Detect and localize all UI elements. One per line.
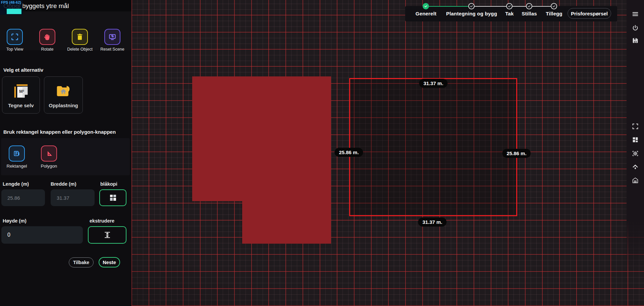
step-generelt[interactable]: Generelt bbox=[416, 11, 436, 16]
draw-yourself-label: Tegne selv bbox=[8, 103, 34, 108]
choose-option-heading: Velg et alternativ bbox=[3, 67, 43, 73]
rectangle-tool-button[interactable]: Rektangel bbox=[7, 145, 27, 169]
step-check-stillas bbox=[526, 3, 532, 9]
draw-m2-icon: M² bbox=[12, 82, 30, 100]
extrude-button[interactable] bbox=[88, 226, 126, 244]
step-tillegg[interactable]: Tillegg bbox=[546, 11, 562, 16]
power-icon[interactable] bbox=[632, 24, 639, 32]
polygon-tool-button[interactable]: Polygon bbox=[39, 145, 59, 169]
step-check-tillegg bbox=[551, 3, 557, 9]
selection-rectangle[interactable] bbox=[349, 78, 517, 216]
focus-object-icon[interactable] bbox=[632, 150, 639, 157]
right-rail bbox=[627, 0, 644, 306]
reset-scene-button[interactable]: Reset Scene bbox=[98, 29, 126, 52]
draw-tools-heading: Bruk rektangel knappen eller polygon-kna… bbox=[3, 129, 116, 135]
length-input[interactable] bbox=[1, 189, 45, 206]
top-view-icon bbox=[10, 33, 19, 41]
top-view-label: Top View bbox=[6, 47, 23, 52]
length-label: Lengde (m) bbox=[3, 181, 29, 187]
step-check-plantegning bbox=[468, 3, 475, 9]
stepper-line-todo bbox=[472, 6, 554, 7]
reset-scene-icon bbox=[108, 33, 117, 41]
fullscreen-icon[interactable] bbox=[632, 123, 639, 130]
rotate-label: Rotate bbox=[41, 47, 54, 52]
upload-folder-icon bbox=[54, 82, 72, 100]
extrude-icon bbox=[103, 231, 112, 239]
stepper-line-done bbox=[426, 6, 472, 7]
fps-graph-bar bbox=[7, 9, 21, 14]
viewport-toolbar: Top View Rotate bbox=[0, 11, 131, 50]
back-button[interactable]: Tilbake bbox=[69, 257, 94, 267]
top-view-button[interactable]: Top View bbox=[1, 29, 29, 52]
rotate-button[interactable]: Rotate bbox=[33, 29, 61, 52]
blueprint-button[interactable] bbox=[99, 189, 126, 206]
rectangle-tool-icon bbox=[13, 149, 21, 158]
hand-rotate-icon bbox=[43, 33, 52, 41]
next-button[interactable]: Neste bbox=[99, 257, 120, 267]
delete-object-label: Delete Object bbox=[67, 47, 93, 52]
dimension-label-top: 31.37 m. bbox=[419, 79, 447, 88]
fps-overlay: FPS (48-62) bbox=[0, 0, 23, 15]
polygon-tool-icon bbox=[45, 149, 53, 158]
upload-label: Opplastning bbox=[49, 103, 78, 108]
step-tak[interactable]: Tak bbox=[505, 11, 514, 16]
height-input[interactable] bbox=[1, 226, 83, 244]
draw-yourself-card[interactable]: M² Tegne selv bbox=[2, 76, 40, 114]
menu-icon[interactable] bbox=[632, 10, 639, 18]
step-plantegning-og-bygg[interactable]: Plantegning og bygg bbox=[446, 11, 497, 16]
blueprint-grid-icon bbox=[109, 193, 117, 202]
save-icon[interactable] bbox=[632, 37, 639, 44]
building-icon[interactable] bbox=[632, 177, 639, 184]
left-sidebar: Oppgi byggets ytre mål Top View bbox=[0, 0, 131, 306]
dimension-label-right: 25.86 m. bbox=[502, 149, 531, 158]
trash-icon bbox=[76, 33, 84, 41]
fps-counter: FPS (48-62) bbox=[1, 0, 21, 4]
dimension-label-left: 25.86 m. bbox=[334, 148, 363, 157]
wizard-stepper: Generelt Plantegning og bygg Tak Stillas… bbox=[405, 6, 617, 21]
roof-icon[interactable] bbox=[632, 163, 639, 170]
polygon-tool-label: Polygon bbox=[41, 164, 57, 169]
dimension-label-bottom: 31.37 m. bbox=[418, 218, 446, 227]
delete-object-button[interactable]: Delete Object bbox=[66, 29, 94, 52]
extrude-label: ekstrudere bbox=[90, 218, 114, 224]
upload-card[interactable]: Opplastning bbox=[44, 76, 83, 114]
width-label: Bredde (m) bbox=[51, 181, 76, 187]
reset-scene-label: Reset Scene bbox=[100, 47, 124, 52]
step-check-tak bbox=[506, 3, 513, 9]
svg-text:M²: M² bbox=[19, 89, 24, 94]
blueprint-label: blåkopi bbox=[100, 181, 117, 187]
rectangle-tool-label: Rektangel bbox=[7, 164, 27, 169]
step-check-generelt bbox=[423, 3, 429, 9]
layout-grid-icon[interactable] bbox=[632, 136, 639, 143]
width-input[interactable] bbox=[51, 189, 95, 206]
height-label: Høyde (m) bbox=[3, 218, 26, 224]
draw-tools-panel: Rektangel Polygon bbox=[1, 138, 130, 175]
step-stillas[interactable]: Stillas bbox=[522, 11, 537, 16]
step-prisforesporsel-current[interactable]: Prisforespørsel bbox=[568, 8, 611, 19]
